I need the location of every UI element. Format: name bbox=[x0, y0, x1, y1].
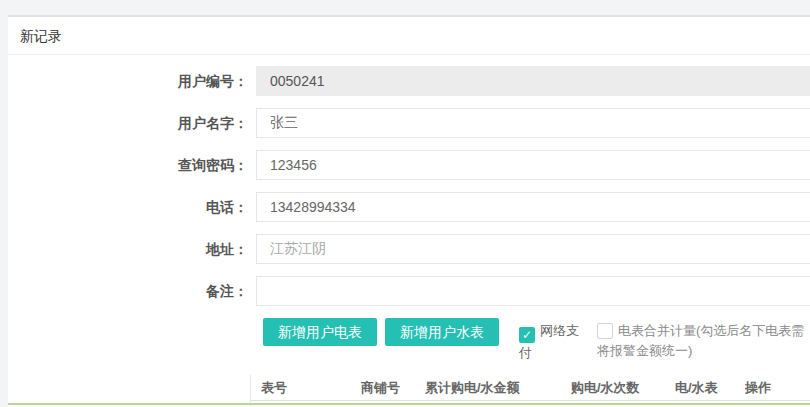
bottom-divider bbox=[8, 403, 810, 405]
phone-input[interactable] bbox=[256, 192, 810, 222]
user-name-input[interactable] bbox=[256, 108, 810, 138]
new-record-form: 用户编号： 用户名字： 查询密码： 电话： bbox=[8, 55, 810, 403]
form-row-user-id: 用户编号： bbox=[8, 66, 810, 96]
action-row: 新增用户电表 新增用户水表 ✓网络支付 电表合并计量(勾选后名下电表需将报警金额… bbox=[263, 318, 810, 363]
query-password-input[interactable] bbox=[256, 150, 810, 180]
query-password-label: 查询密码： bbox=[8, 150, 248, 180]
user-name-label: 用户名字： bbox=[8, 108, 248, 138]
form-row-remark: 备注： bbox=[8, 276, 810, 306]
header-meter-number: 表号 bbox=[251, 375, 361, 400]
form-row-phone: 电话： bbox=[8, 192, 810, 222]
new-record-panel: 新记录 用户编号： 用户名字： 查询密码： bbox=[8, 15, 810, 407]
remark-input[interactable] bbox=[256, 276, 810, 306]
form-row-user-name: 用户名字： bbox=[8, 108, 810, 138]
merge-metering-label: 电表合并计量(勾选后名下电表需将报警金额统一) bbox=[597, 323, 804, 358]
address-input[interactable] bbox=[256, 234, 810, 264]
merge-metering-checkbox-group[interactable]: 电表合并计量(勾选后名下电表需将报警金额统一) bbox=[597, 321, 810, 361]
remark-label: 备注： bbox=[8, 276, 248, 306]
address-label: 地址： bbox=[8, 234, 248, 264]
add-electric-meter-button[interactable]: 新增用户电表 bbox=[263, 318, 377, 346]
phone-label: 电话： bbox=[8, 192, 248, 222]
meter-table-header-row: 表号 商铺号 累计购电/水金额 购电/水次数 电/水表 操作 bbox=[251, 375, 810, 401]
header-total-purchase-amount: 累计购电/水金额 bbox=[425, 375, 571, 400]
checkbox-checked-icon[interactable]: ✓ bbox=[519, 327, 535, 343]
add-water-meter-button[interactable]: 新增用户水表 bbox=[385, 318, 499, 346]
page-title: 新记录 bbox=[20, 28, 62, 44]
panel-header: 新记录 bbox=[8, 17, 810, 55]
header-shop-number: 商铺号 bbox=[361, 375, 425, 400]
meter-table: 表号 商铺号 累计购电/水金额 购电/水次数 电/水表 操作 bbox=[250, 375, 810, 403]
user-id-label: 用户编号： bbox=[8, 66, 248, 96]
user-id-input bbox=[256, 66, 810, 96]
header-meter-type: 电/水表 bbox=[675, 375, 745, 400]
header-actions: 操作 bbox=[745, 375, 810, 400]
form-row-address: 地址： bbox=[8, 234, 810, 264]
page: 新记录 用户编号： 用户名字： 查询密码： bbox=[0, 0, 810, 407]
network-payment-checkbox-group[interactable]: ✓网络支付 bbox=[519, 321, 583, 363]
header-purchase-count: 购电/水次数 bbox=[571, 375, 675, 400]
checkbox-unchecked-icon[interactable] bbox=[597, 323, 613, 339]
form-row-query-password: 查询密码： bbox=[8, 150, 810, 180]
